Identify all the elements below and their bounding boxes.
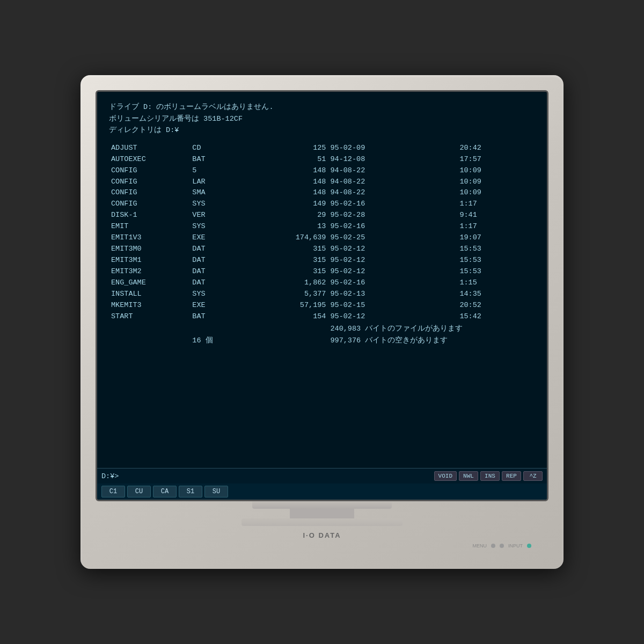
monitor-base-top <box>252 501 392 509</box>
function-button[interactable]: CU <box>127 486 151 497</box>
file-time: 10:09 <box>457 165 535 177</box>
file-date: 95-02-16 <box>328 221 457 232</box>
file-date: 95-02-12 <box>328 266 457 277</box>
table-row: CONFIG 5 148 94-08-22 10:09 <box>109 165 535 177</box>
function-button[interactable]: SU <box>204 486 228 497</box>
file-time: 1:15 <box>457 277 535 289</box>
table-row: EMIT3M0 DAT 315 95-02-12 15:53 <box>109 244 535 255</box>
file-name: EMIT <box>109 221 190 232</box>
file-ext: SYS <box>190 289 239 300</box>
file-name: CONFIG <box>109 165 190 177</box>
summary-count: 16 個 <box>190 334 239 347</box>
file-size: 315 <box>239 266 328 277</box>
file-date: 94-12-08 <box>328 154 457 165</box>
file-date: 94-08-22 <box>328 177 457 188</box>
file-ext: VER <box>190 210 239 221</box>
status-button[interactable]: NWL <box>459 471 478 481</box>
function-button[interactable]: S1 <box>179 486 202 497</box>
file-size: 1,862 <box>239 277 328 289</box>
file-time: 17:57 <box>457 154 535 165</box>
file-size: 125 <box>239 143 328 154</box>
monitor-controls: MENU INPUT <box>473 543 532 548</box>
file-ext: SYS <box>190 199 239 210</box>
file-time: 9:41 <box>457 210 535 221</box>
monitor-base-foot <box>241 518 402 526</box>
file-date: 94-08-22 <box>328 165 457 177</box>
file-ext: DAT <box>190 244 239 255</box>
file-size: 154 <box>239 311 328 323</box>
table-row: CONFIG SYS 149 95-02-16 1:17 <box>109 199 535 210</box>
header-line1: ドライブ D: のボリュームラベルはありません. <box>109 101 535 113</box>
file-size: 148 <box>239 177 328 188</box>
table-row: EMIT3M2 DAT 315 95-02-12 15:53 <box>109 266 535 277</box>
file-time: 10:09 <box>457 187 535 199</box>
status-button[interactable]: VOID <box>434 471 457 481</box>
file-size: 148 <box>239 165 328 177</box>
file-time: 15:53 <box>457 244 535 255</box>
input-label: INPUT <box>508 543 523 548</box>
table-row: CONFIG SMA 148 94-08-22 10:09 <box>109 187 535 199</box>
table-row: MKEMIT3 EXE 57,195 95-02-15 20:52 <box>109 300 535 311</box>
file-size: 51 <box>239 154 328 165</box>
file-name: START <box>109 311 190 323</box>
file-time: 1:17 <box>457 221 535 232</box>
file-ext: CD <box>190 143 239 154</box>
screen-content: ドライブ D: のボリュームラベルはありません. ボリュームシリアル番号は 35… <box>97 92 547 468</box>
file-name: EMIT1V3 <box>109 232 190 244</box>
status-button[interactable]: ^Z <box>523 471 543 481</box>
ctrl-dot-1[interactable] <box>491 544 495 548</box>
file-time: 19:07 <box>457 232 535 244</box>
file-time: 15:53 <box>457 266 535 277</box>
file-time: 15:42 <box>457 311 535 323</box>
status-button[interactable]: INS <box>480 471 500 481</box>
file-date: 95-02-28 <box>328 210 457 221</box>
file-date: 95-02-12 <box>328 255 457 266</box>
table-row: DISK-1 VER 29 95-02-28 9:41 <box>109 210 535 221</box>
file-name: CONFIG <box>109 199 190 210</box>
file-time: 20:52 <box>457 300 535 311</box>
file-ext: BAT <box>190 154 239 165</box>
screen-bezel: ドライブ D: のボリュームラベルはありません. ボリュームシリアル番号は 35… <box>96 90 548 501</box>
file-time: 14:35 <box>457 289 535 300</box>
status-bar: D:¥> VOIDNWLINSREP^Z <box>97 468 547 484</box>
monitor: ドライブ D: のボリュームラベルはありません. ボリュームシリアル番号は 35… <box>80 75 564 569</box>
header-line3: ディレクトリは D:¥ <box>109 125 535 136</box>
summary-row-count: 16 個 997,376 バイトの空きがあります <box>109 334 535 347</box>
table-row: EMIT1V3 EXE 174,639 95-02-25 19:07 <box>109 232 535 244</box>
file-ext: EXE <box>190 300 239 311</box>
file-name: ADJUST <box>109 143 190 154</box>
file-date: 95-02-12 <box>328 311 457 323</box>
file-size: 174,639 <box>239 232 328 244</box>
ctrl-dot-2[interactable] <box>500 544 504 548</box>
summary-total: 240,983 バイトのファイルがあります <box>328 323 535 335</box>
file-date: 95-02-13 <box>328 289 457 300</box>
function-button[interactable]: CA <box>153 486 177 497</box>
table-row: ENG_GAME DAT 1,862 95-02-16 1:15 <box>109 277 535 289</box>
file-name: EMIT3M1 <box>109 255 190 266</box>
header-line2: ボリュームシリアル番号は 351B-12CF <box>109 113 535 125</box>
file-name: EMIT3M2 <box>109 266 190 277</box>
table-row: AUTOEXEC BAT 51 94-12-08 17:57 <box>109 154 535 165</box>
file-name: MKEMIT3 <box>109 300 190 311</box>
file-time: 1:17 <box>457 199 535 210</box>
function-button[interactable]: C1 <box>101 486 125 497</box>
table-row: EMIT SYS 13 95-02-16 1:17 <box>109 221 535 232</box>
table-row: CONFIG LAR 148 94-08-22 10:09 <box>109 177 535 188</box>
table-row: INSTALL SYS 5,377 95-02-13 14:35 <box>109 289 535 300</box>
file-listing: ADJUST CD 125 95-02-09 20:42 AUTOEXEC BA… <box>109 143 535 347</box>
file-size: 315 <box>239 244 328 255</box>
summary-free: 997,376 バイトの空きがあります <box>328 334 535 347</box>
file-date: 95-02-09 <box>328 143 457 154</box>
file-ext: 5 <box>190 165 239 177</box>
file-size: 5,377 <box>239 289 328 300</box>
file-date: 94-08-22 <box>328 187 457 199</box>
file-name: INSTALL <box>109 289 190 300</box>
header-block: ドライブ D: のボリュームラベルはありません. ボリュームシリアル番号は 35… <box>109 101 535 136</box>
file-size: 149 <box>239 199 328 210</box>
file-ext: DAT <box>190 255 239 266</box>
status-button[interactable]: REP <box>502 471 521 481</box>
table-row: EMIT3M1 DAT 315 95-02-12 15:53 <box>109 255 535 266</box>
prompt: D:¥> <box>101 472 125 480</box>
file-ext: LAR <box>190 177 239 188</box>
file-ext: SYS <box>190 221 239 232</box>
